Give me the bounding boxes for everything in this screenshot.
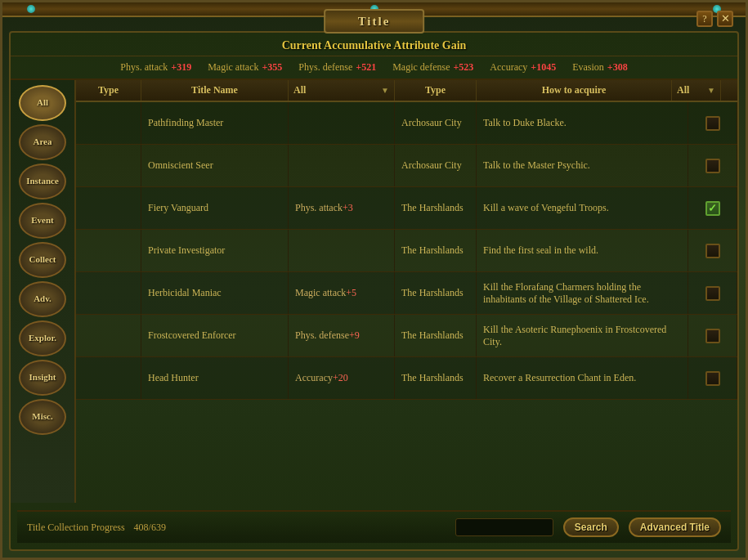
sidebar-btn-all[interactable]: All: [19, 85, 66, 121]
row-4-name: Private Investigator: [141, 230, 289, 271]
attr-value-1: +355: [262, 61, 282, 74]
table-body: Pathfinding Master Archosaur City Talk t…: [76, 102, 737, 503]
accumulative-header: Current Accumulative Attribute Gain: [11, 33, 737, 56]
row-6-checkbox-cell: [688, 315, 737, 356]
row-5-name: Herbicidal Maniac: [141, 272, 289, 314]
row-3-bonus-label: Phys. attack: [295, 202, 343, 214]
col-header-how-to-acquire: How to acquire: [477, 80, 672, 101]
row-2-checkbox[interactable]: [705, 159, 720, 173]
sidebar-btn-event[interactable]: Event: [19, 203, 66, 239]
row-2-bonus: [289, 145, 395, 186]
window-title-banner: Title: [324, 9, 425, 34]
help-button[interactable]: ?: [696, 11, 713, 27]
main-window: Title ? ✕ Current Accumulative Attribute…: [0, 0, 748, 560]
row-3-bonus-value: +3: [343, 202, 353, 214]
table-area: Type Title Name All ▼ Type How to acquir…: [76, 80, 737, 503]
sidebar-btn-misc[interactable]: Misc.: [19, 399, 66, 435]
row-1-checkbox[interactable]: [705, 116, 720, 131]
row-7-checkbox-cell: [688, 357, 737, 399]
attr-value-4: +1045: [531, 61, 556, 74]
row-5-bonus-label: Magic attack: [295, 287, 346, 299]
row-2-checkbox-cell: [688, 145, 737, 186]
table-row: Omniscient Seer Archosaur City Talk to t…: [76, 145, 737, 187]
attr-label-0: Phys. attack: [120, 61, 168, 74]
attr-label-3: Magic defense: [392, 61, 450, 74]
sidebar-btn-adv[interactable]: Adv.: [19, 281, 66, 317]
table-row: Pathfinding Master Archosaur City Talk t…: [76, 102, 737, 145]
row-1-type: [76, 102, 141, 144]
row-2-location: Archosaur City: [395, 145, 477, 186]
row-6-checkbox[interactable]: [705, 329, 720, 343]
row-2-type: [76, 145, 141, 186]
attr-label-4: Accuracy: [490, 61, 527, 74]
row-3-location: The Harshlands: [395, 187, 477, 229]
row-3-checkbox-cell: [688, 187, 737, 229]
col-header-filter-all2[interactable]: All ▼: [672, 80, 721, 101]
row-5-checkbox[interactable]: [705, 286, 720, 301]
progress-value: 408/639: [134, 522, 166, 533]
attr-value-0: +319: [171, 61, 191, 74]
row-7-type: [76, 357, 141, 399]
sidebar-btn-instance[interactable]: Instance: [19, 164, 66, 199]
row-4-bonus: [289, 230, 395, 271]
sidebar: All Area Instance Event Collect Adv. Exp…: [11, 80, 76, 503]
row-1-location: Archosaur City: [395, 102, 477, 144]
table-row: Private Investigator The Harshlands Find…: [76, 230, 737, 272]
row-3-bonus: Phys. attack +3: [289, 187, 395, 229]
attr-accuracy: Accuracy +1045: [490, 61, 556, 74]
row-5-bonus-value: +5: [346, 287, 356, 299]
row-7-bonus: Accuracy +20: [289, 357, 395, 399]
row-4-type: [76, 230, 141, 271]
row-6-name: Frostcovered Enforcer: [141, 315, 289, 356]
attr-phys-attack: Phys. attack +319: [120, 61, 191, 74]
col-header-title-name: Title Name: [141, 80, 289, 101]
gem-left: [27, 5, 35, 13]
table-row: Head Hunter Accuracy +20 The Harshlands …: [76, 357, 737, 400]
sidebar-btn-collect[interactable]: Collect: [19, 242, 66, 278]
row-5-acquire: Kill the Florafang Charmers holding the …: [477, 272, 688, 314]
attr-value-3: +523: [453, 61, 473, 74]
sidebar-btn-explor[interactable]: Explor.: [19, 320, 66, 356]
row-6-type: [76, 315, 141, 356]
row-4-checkbox-cell: [688, 230, 737, 271]
row-2-name: Omniscient Seer: [141, 145, 289, 186]
col-header-filter-all[interactable]: All ▼: [289, 80, 395, 101]
row-4-checkbox[interactable]: [705, 244, 720, 258]
row-6-location: The Harshlands: [395, 315, 477, 356]
col-header-filter-all-label: All: [293, 84, 306, 96]
row-2-acquire: Talk to the Master Psychic.: [477, 145, 688, 186]
col-header-filter-all2-label: All: [677, 84, 689, 96]
row-1-acquire: Talk to Duke Blacke.: [477, 102, 688, 144]
attr-value-5: +308: [607, 61, 628, 74]
row-7-acquire: Recover a Resurrection Chant in Eden.: [477, 357, 688, 399]
row-7-checkbox[interactable]: [705, 371, 720, 386]
attr-phys-defense: Phys. defense +521: [298, 61, 376, 74]
attr-label-1: Magic attack: [208, 61, 258, 74]
attr-label-5: Evasion: [572, 61, 604, 74]
close-button[interactable]: ✕: [717, 11, 733, 27]
table-row: Frostcovered Enforcer Phys. defense +9 T…: [76, 315, 737, 357]
row-7-bonus-label: Accuracy: [295, 372, 333, 384]
row-5-bonus: Magic attack +5: [289, 272, 395, 314]
row-3-acquire: Kill a wave of Vengeful Troops.: [477, 187, 688, 229]
attr-evasion: Evasion +308: [572, 61, 628, 74]
row-3-type: [76, 187, 141, 229]
progress-label: Title Collection Progress: [27, 522, 125, 533]
row-1-name: Pathfinding Master: [141, 102, 289, 144]
row-5-type: [76, 272, 141, 314]
content-row: All Area Instance Event Collect Adv. Exp…: [11, 80, 737, 503]
row-6-acquire: Kill the Asoteric Runephoenix in Frostco…: [477, 315, 688, 356]
sidebar-btn-area[interactable]: Area: [19, 124, 66, 160]
table-row: Herbicidal Maniac Magic attack +5 The Ha…: [76, 272, 737, 315]
row-3-checkbox[interactable]: [705, 201, 720, 216]
search-button[interactable]: Search: [563, 517, 619, 537]
row-4-location: The Harshlands: [395, 230, 477, 271]
search-input[interactable]: [455, 518, 553, 536]
col-header-type: Type: [76, 80, 141, 101]
row-5-checkbox-cell: [688, 272, 737, 314]
attr-magic-defense: Magic defense +523: [392, 61, 473, 74]
advanced-title-button[interactable]: Advanced Title: [629, 517, 721, 537]
dropdown-arrow2-icon: ▼: [707, 86, 715, 95]
col-header-type2: Type: [395, 80, 477, 101]
sidebar-btn-insight[interactable]: Insight: [19, 360, 66, 396]
